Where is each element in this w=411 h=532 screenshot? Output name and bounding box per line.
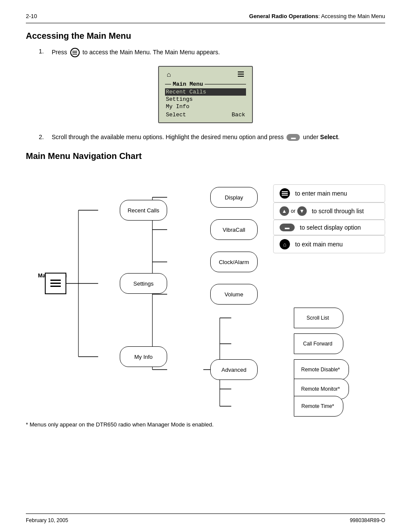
step1-num: 1.: [39, 48, 49, 55]
legend-item-exit-menu: ⌂ to exit main menu: [273, 235, 385, 253]
legend-section: to enter main menu ▲ or ▼ to scroll thro…: [273, 184, 385, 253]
legend-exit-text: to exit main menu: [295, 241, 343, 248]
legend-item-select: ▬ to select display option: [273, 220, 385, 235]
section1-title: Accessing the Main Menu: [26, 31, 385, 41]
legend-enter-menu-text: to enter main menu: [295, 190, 347, 197]
step1-paragraph: 1. Press to access the Main Menu. The Ma…: [39, 48, 385, 57]
lcd-display-container: ⌂ Main Menu Recent Calls Settings My Inf…: [26, 66, 385, 123]
nav-node-advanced: Advanced: [210, 359, 258, 380]
nav-node-vibracall: VibraCall: [210, 219, 258, 240]
svg-rect-3: [238, 72, 244, 72]
lcd-icons-row: ⌂: [165, 71, 246, 79]
nav-node-clock-alarm: Clock/Alarm: [210, 252, 258, 272]
nav-chart-area: Main Menu Recent Calls: [26, 171, 256, 413]
nav-node-volume: Volume: [210, 284, 258, 305]
lcd-row-my-info: My Info: [165, 103, 246, 110]
section2-title: Main Menu Navigation Chart: [26, 151, 385, 161]
legend-select-text: to select display option: [300, 224, 361, 231]
svg-rect-4: [238, 74, 244, 75]
lcd-home-icon: ⌂: [167, 71, 171, 79]
legend-item-enter-menu: to enter main menu: [273, 184, 385, 202]
footer-date: February 10, 2005: [26, 517, 68, 523]
step1-text: Press to access the Main Menu. The Main …: [52, 48, 220, 57]
nav-node-call-forward: Call Forward: [294, 333, 343, 354]
step2-paragraph: 2. Scroll through the available menu opt…: [39, 134, 385, 141]
up-arrow-icon: ▲: [280, 206, 289, 216]
legend-menu-icon: [280, 188, 290, 199]
step2-num: 2.: [39, 134, 49, 140]
lcd-title-line: Main Menu: [165, 81, 246, 87]
lcd-screen: ⌂ Main Menu Recent Calls Settings My Inf…: [158, 66, 253, 123]
lcd-bottom-row: Select Back: [165, 112, 246, 118]
legend-softkey-icon: ▬: [280, 224, 295, 231]
lcd-row-settings: Settings: [165, 96, 246, 103]
menu-button-icon: [70, 48, 80, 57]
svg-rect-26: [50, 283, 61, 284]
svg-rect-29: [282, 193, 288, 194]
down-arrow-icon: ▼: [297, 206, 307, 216]
footnote: * Menus only appear on the DTR650 radio …: [26, 421, 256, 428]
legend-scroll-text: to scroll through list: [312, 208, 364, 215]
lcd-row-recent-calls: Recent Calls: [165, 88, 246, 96]
svg-rect-25: [50, 280, 61, 281]
svg-rect-2: [72, 54, 77, 55]
nav-node-recent-calls: Recent Calls: [120, 200, 167, 221]
nav-node-settings: Settings: [120, 273, 167, 294]
lcd-menu-icon: [237, 71, 244, 79]
nav-node-my-info: My Info: [120, 346, 167, 367]
page: 2-10 General Radio Operations: Accessing…: [0, 0, 411, 532]
legend-home-icon: ⌂: [280, 239, 290, 249]
svg-rect-1: [72, 52, 77, 53]
svg-rect-27: [50, 286, 61, 287]
legend-item-scroll: ▲ or ▼ to scroll through list: [273, 202, 385, 220]
step2-text: Scroll through the available menu option…: [52, 134, 339, 141]
svg-rect-5: [238, 76, 244, 77]
nav-chart-section: Main Menu Navigation Chart: [26, 151, 385, 428]
legend-arrow-icons: ▲ or ▼: [280, 206, 307, 216]
footer-doc-number: 9980384R89-O: [350, 517, 385, 523]
nav-node-display: Display: [210, 187, 258, 208]
nav-node-remote-time: Remote Time*: [294, 396, 343, 417]
main-menu-icon-node: [45, 273, 66, 294]
svg-rect-30: [282, 195, 288, 196]
nav-node-scroll-list: Scroll List: [294, 308, 343, 328]
footer-bar: February 10, 2005 9980384R89-O: [26, 513, 385, 523]
svg-rect-28: [282, 191, 288, 192]
page-number: 2-10: [26, 13, 37, 19]
lcd-back-label: Back: [232, 112, 245, 118]
nav-node-remote-disable: Remote Disable*: [294, 359, 349, 380]
svg-rect-0: [72, 51, 77, 52]
lcd-select-label: Select: [166, 112, 186, 118]
header-title: General Radio Operations: Accessing the …: [249, 13, 385, 19]
header-bar: 2-10 General Radio Operations: Accessing…: [26, 13, 385, 23]
softkey-button: ▬: [286, 134, 300, 141]
